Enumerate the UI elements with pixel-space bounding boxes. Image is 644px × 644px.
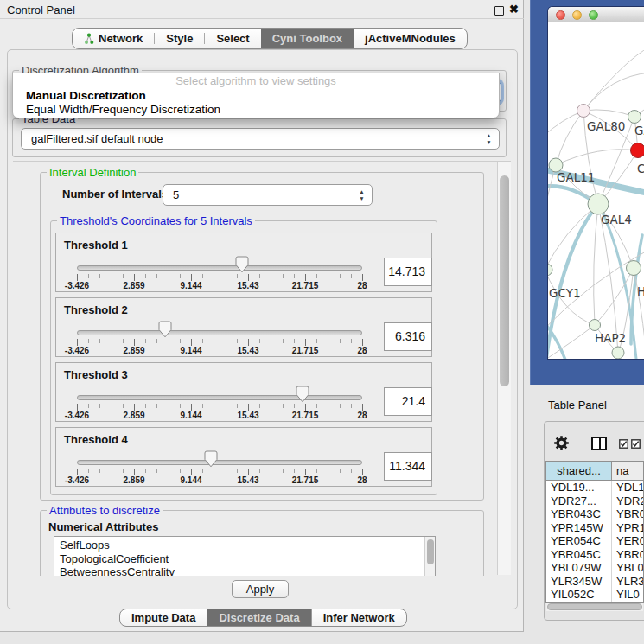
slider-tick	[180, 274, 181, 278]
table-row[interactable]: YDL19...YDL1	[546, 481, 643, 494]
network-node[interactable]	[577, 105, 590, 118]
threshold-value-field[interactable]: 21.4	[384, 387, 432, 416]
apply-button[interactable]: Apply	[232, 580, 289, 598]
slider-thumb[interactable]	[296, 386, 309, 403]
table-row[interactable]: YBR045CYBR0	[546, 548, 643, 562]
split-columns-icon[interactable]	[591, 437, 607, 450]
attribute-item[interactable]: TopologicalCoefficient	[60, 552, 435, 566]
table-row[interactable]: YLR345WYLR3	[546, 575, 643, 589]
slider-track[interactable]	[77, 265, 362, 271]
table-row[interactable]: YIL052CYIL0	[546, 588, 643, 602]
slider-track[interactable]	[77, 395, 362, 400]
slider-tick-label: 15.43	[228, 475, 268, 485]
network-edge[interactable]	[594, 204, 598, 325]
zoom-traffic-light-icon[interactable]	[589, 10, 598, 20]
table-row[interactable]: YBR043CYBR0	[546, 507, 643, 521]
dropdown-option[interactable]: Equal Width/Frequency Discretization	[13, 103, 499, 117]
tab-label: Cyni Toolbox	[272, 32, 342, 45]
network-node[interactable]	[627, 261, 641, 276]
network-window-titlebar[interactable]	[548, 7, 644, 22]
cell-shared-name: YER054C	[546, 534, 612, 548]
network-node[interactable]	[628, 111, 641, 124]
network-edge[interactable]	[548, 325, 595, 359]
network-view-frame: GAL80GACGAL11GAL4GCY1HAHAP2	[530, 0, 644, 394]
slider-tick	[294, 339, 295, 343]
column-header-shared-name[interactable]: shared...	[546, 462, 612, 480]
tab-cyni-toolbox[interactable]: Cyni Toolbox	[261, 29, 354, 48]
cell-shared-name: YBL079W	[546, 561, 612, 575]
table-row[interactable]: YBL079WYBL0	[546, 561, 643, 575]
slider-tick	[169, 274, 169, 278]
tab-style[interactable]: Style	[155, 29, 204, 48]
cell-shared-name: YDR27...	[546, 494, 612, 508]
minimize-traffic-light-icon[interactable]	[572, 10, 582, 20]
network-canvas[interactable]: GAL80GACGAL11GAL4GCY1HAHAP2	[548, 22, 644, 359]
cell-shared-name: YBR043C	[546, 507, 612, 521]
numerical-attributes-list[interactable]: SelfLoopsTopologicalCoefficientBetweenne…	[54, 536, 436, 576]
slider-tick-label: 21.715	[285, 475, 325, 485]
slider-tick	[271, 404, 271, 408]
threshold-value-field[interactable]: 6.316	[384, 322, 432, 351]
network-edge[interactable]	[556, 150, 638, 165]
tab-select[interactable]: Select	[205, 29, 260, 48]
node-label: HA	[637, 284, 644, 298]
threshold-value-field[interactable]: 11.344	[384, 452, 432, 481]
table-data-select[interactable]: galFiltered.sif default node ▲▼	[21, 128, 500, 150]
slider-track[interactable]	[77, 460, 362, 465]
column-header-name[interactable]: na	[612, 462, 643, 480]
slider-tick	[169, 404, 169, 408]
slider-tick	[328, 274, 328, 278]
interval-definition-label: Interval Definition	[47, 166, 138, 179]
dropdown-option[interactable]: Manual Discretization	[13, 89, 499, 103]
network-node[interactable]	[548, 264, 552, 276]
slider-thumb[interactable]	[235, 256, 249, 273]
cell-name: YBR0	[612, 507, 643, 521]
cell-shared-name: YIL052C	[546, 588, 612, 602]
close-traffic-light-icon[interactable]	[556, 10, 565, 20]
number-of-intervals-select[interactable]: 5 ▲▼	[163, 184, 373, 206]
tab-network[interactable]: Network	[73, 29, 154, 48]
slider-tick-label: -3.426	[57, 411, 97, 420]
settings-vertical-scrollbar[interactable]	[497, 162, 511, 575]
close-icon[interactable]: ✖	[509, 3, 519, 16]
attributes-list-scrollbar[interactable]	[424, 537, 435, 576]
slider-thumb[interactable]	[204, 450, 218, 468]
slider-tick	[316, 404, 317, 408]
network-node[interactable]	[631, 143, 644, 158]
gear-icon[interactable]	[554, 436, 569, 450]
table-row[interactable]: YER054CYER0	[546, 534, 643, 548]
slider-track[interactable]	[77, 330, 362, 335]
network-edge[interactable]	[583, 73, 644, 111]
slider-tick-label: 21.715	[285, 411, 325, 420]
slider-tick	[214, 404, 214, 408]
float-window-icon[interactable]	[494, 6, 504, 16]
network-edge[interactable]	[583, 47, 644, 111]
threshold-value-field[interactable]: 14.713	[384, 258, 432, 286]
cell-shared-name: YDL19...	[546, 481, 612, 494]
attribute-item[interactable]: BetweennessCentrality	[60, 565, 435, 576]
network-node[interactable]	[588, 194, 609, 214]
network-node[interactable]	[590, 320, 601, 331]
checkbox-checked-icon[interactable]	[631, 439, 641, 449]
slider-tick	[362, 339, 363, 346]
control-panel-window: Control Panel ✖ NetworkStyleSelectCyni T…	[0, 0, 524, 632]
network-node[interactable]	[612, 347, 624, 359]
table-horizontal-scrollbar[interactable]	[546, 603, 643, 611]
threshold-panel: Threshold 3-3.4262.8599.14415.4321.71528…	[55, 362, 432, 422]
tab-jactivemnodules[interactable]: jActiveMNodules	[354, 29, 467, 48]
cell-shared-name: YPR145W	[546, 521, 612, 535]
slider-tick	[305, 469, 306, 475]
slider-tick-label: 21.715	[285, 281, 325, 290]
table-row[interactable]: YDR27...YDR2	[546, 494, 643, 508]
tab-impute-data[interactable]: Impute Data	[120, 609, 207, 626]
slider-thumb[interactable]	[158, 321, 172, 338]
table-row[interactable]: YPR145WYPR1	[546, 521, 643, 535]
slider-tick	[283, 274, 284, 278]
network-edge[interactable]	[556, 111, 583, 165]
tab-infer-network[interactable]: Infer Network	[311, 609, 406, 626]
slider-tick	[123, 274, 124, 278]
checkbox-checked-icon[interactable]	[619, 439, 628, 449]
attribute-item[interactable]: SelfLoops	[60, 539, 435, 552]
tab-discretize-data[interactable]: Discretize Data	[207, 609, 310, 626]
network-edge[interactable]	[583, 110, 634, 117]
